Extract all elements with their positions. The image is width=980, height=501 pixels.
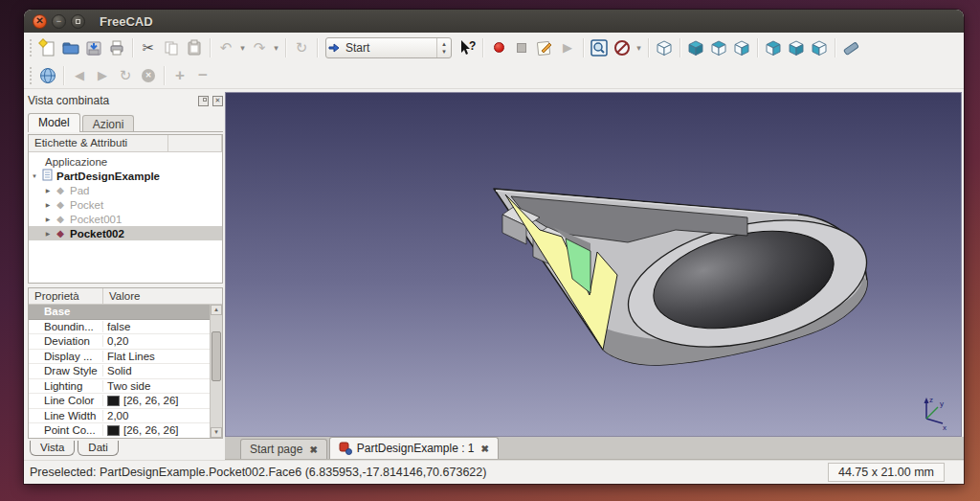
tree-header: Etichette & Attributi	[29, 135, 222, 152]
zoom-out-button[interactable]: −	[191, 64, 214, 87]
browser-forward-button[interactable]: ▶	[91, 64, 114, 87]
chevron-down-icon: ▾	[636, 43, 641, 53]
view-axonometric-button[interactable]	[653, 36, 676, 59]
property-row[interactable]: Draw Style Solid	[29, 364, 211, 379]
property-row[interactable]: Point Co... [26, 26, 26]	[29, 423, 211, 439]
property-group-base[interactable]: Base	[29, 305, 211, 320]
undo-dropdown[interactable]: ▾	[237, 36, 248, 59]
tab-vista[interactable]: Vista	[30, 441, 75, 456]
tree-root[interactable]: Applicazione	[29, 154, 222, 169]
tree-item-pad[interactable]: ▶ ◆ Pad	[29, 183, 222, 197]
float-icon	[203, 98, 207, 102]
view-right-icon	[732, 38, 751, 57]
tab-dati[interactable]: Dati	[78, 441, 118, 456]
view-rear-icon	[764, 38, 783, 57]
tree-item-pocket[interactable]: ▶ ◆ Pocket	[29, 197, 222, 212]
macro-record-button[interactable]	[487, 36, 510, 59]
property-scrollbar[interactable]: ▴ ▾	[210, 305, 222, 438]
view-front-button[interactable]	[684, 36, 707, 59]
workbench-selector[interactable]: Start ▴▾	[325, 37, 452, 58]
draw-style-button[interactable]	[611, 36, 634, 59]
save-button[interactable]	[82, 36, 105, 59]
expander-collapsed-icon[interactable]: ▶	[42, 216, 54, 222]
redo-button[interactable]: ↷	[248, 36, 271, 59]
macro-play-button[interactable]: ▶	[556, 36, 579, 59]
dock-float-button[interactable]	[198, 96, 209, 106]
expander-expanded-icon[interactable]: ▼	[29, 173, 40, 179]
macro-edit-button[interactable]	[533, 36, 556, 59]
toolbar-drag-handle[interactable]	[30, 39, 32, 57]
property-column-value: Valore	[103, 288, 145, 304]
view-bottom-button[interactable]	[785, 36, 808, 59]
property-row[interactable]: Deviation 0,20	[29, 334, 211, 350]
scrollbar-thumb[interactable]	[212, 331, 221, 381]
macro-stop-button[interactable]	[510, 36, 533, 59]
combo-view-panel: Vista combinata ✕ Model Azioni Etichette…	[28, 92, 223, 456]
refresh-icon: ↻	[120, 68, 132, 82]
tab-azioni[interactable]: Azioni	[82, 115, 135, 131]
view-rear-button[interactable]	[762, 36, 785, 59]
browser-stop-button[interactable]: ✕	[137, 64, 160, 87]
model-tree: Etichette & Attributi Applicazione ▼ Par…	[28, 134, 223, 284]
maximize-icon	[76, 19, 80, 24]
undo-button[interactable]: ↶	[214, 36, 237, 59]
view-right-button[interactable]	[730, 36, 753, 59]
browser-refresh-button[interactable]: ↻	[114, 64, 137, 87]
scroll-up-icon[interactable]: ▴	[211, 305, 222, 315]
tree-item-pocket001[interactable]: ▶ ◆ Pocket001	[29, 212, 222, 226]
window-maximize-button[interactable]	[71, 14, 85, 29]
window-minimize-button[interactable]: −	[52, 14, 66, 29]
combo-spinner[interactable]: ▴▾	[436, 38, 451, 57]
tree-item-pocket002-selected[interactable]: ▶ ◆ Pocket002	[29, 226, 222, 240]
3d-model-part[interactable]	[226, 93, 962, 437]
redo-dropdown[interactable]: ▾	[271, 36, 281, 59]
close-tab-icon[interactable]: ✖	[481, 444, 489, 454]
expander-collapsed-icon[interactable]: ▶	[42, 187, 54, 194]
window-title: FreeCAD	[100, 14, 153, 29]
refresh-document-button[interactable]: ↻	[290, 36, 313, 59]
new-document-button[interactable]	[36, 36, 59, 59]
view-top-icon	[709, 38, 728, 57]
window-close-button[interactable]: ✕	[33, 14, 47, 29]
print-button[interactable]	[105, 36, 128, 59]
toolbar-separator	[835, 38, 835, 57]
property-row[interactable]: Line Width 2,00	[29, 409, 211, 424]
scroll-down-icon[interactable]: ▾	[211, 427, 222, 438]
close-tab-icon[interactable]: ✖	[309, 444, 317, 455]
property-row[interactable]: Boundin... false	[29, 320, 211, 335]
cut-button[interactable]: ✂	[137, 36, 160, 59]
dock-close-button[interactable]: ✕	[212, 96, 223, 106]
view-left-button[interactable]	[808, 36, 831, 59]
open-file-button[interactable]	[59, 36, 82, 59]
3d-viewport[interactable]: z y x	[225, 92, 962, 437]
property-row[interactable]: Lighting Two side	[29, 379, 211, 395]
tab-model[interactable]: Model	[28, 113, 80, 132]
axis-x-label: x	[943, 423, 947, 432]
record-icon	[494, 42, 504, 53]
paste-button[interactable]	[183, 36, 206, 59]
view-front-icon	[686, 38, 705, 57]
open-website-button[interactable]	[36, 64, 59, 87]
property-row[interactable]: Display ... Flat Lines	[29, 350, 211, 365]
measure-distance-button[interactable]	[839, 36, 862, 59]
tree-item-document[interactable]: ▼ PartDesignExample	[29, 169, 222, 183]
browser-back-button[interactable]: ◀	[68, 64, 91, 87]
tab-start-page[interactable]: Start page ✖	[240, 439, 327, 459]
view-top-button[interactable]	[707, 36, 730, 59]
cut-icon: ✂	[143, 40, 155, 55]
fit-all-button[interactable]	[588, 36, 611, 59]
property-row[interactable]: Line Color [26, 26, 26]	[29, 394, 211, 409]
expander-collapsed-icon[interactable]: ▶	[42, 230, 54, 237]
draw-style-dropdown[interactable]: ▾	[634, 36, 644, 59]
document-icon	[40, 169, 54, 183]
expander-collapsed-icon[interactable]: ▶	[42, 201, 54, 208]
toolbar-separator	[132, 38, 133, 57]
refresh-icon: ↻	[296, 40, 308, 55]
close-icon: ✕	[35, 16, 43, 26]
zoom-in-button[interactable]: +	[168, 64, 191, 87]
whats-this-button[interactable]: ?	[456, 36, 479, 59]
copy-button[interactable]	[160, 36, 183, 59]
tab-partdesignexample[interactable]: PartDesignExample : 1 ✖	[329, 437, 499, 459]
navigation-toolbar: ◀ ▶ ↻ ✕ + −	[24, 62, 964, 89]
toolbar-drag-handle[interactable]	[30, 67, 32, 84]
